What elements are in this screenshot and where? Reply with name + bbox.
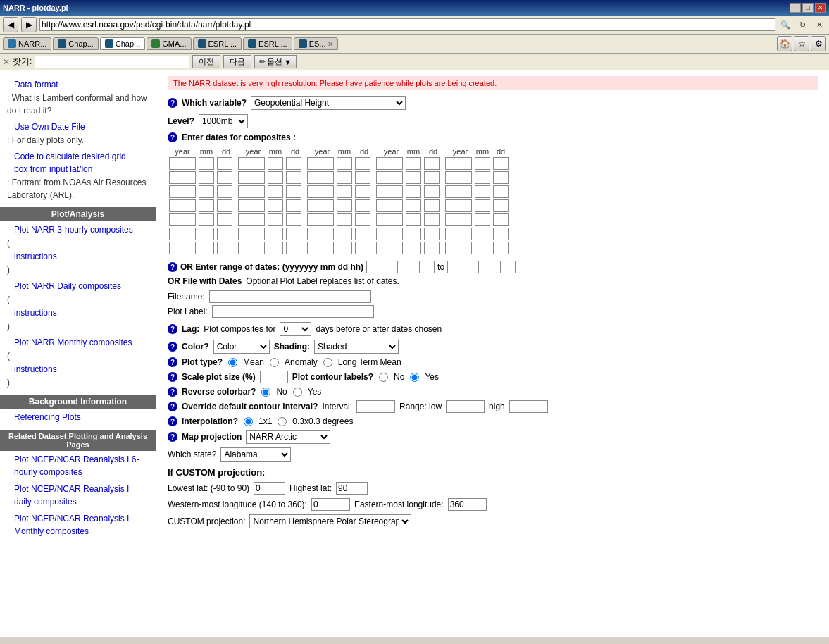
- tab-chap1[interactable]: Chap...: [53, 37, 98, 50]
- date-input-row0-col3-mm[interactable]: [406, 157, 421, 170]
- home-button[interactable]: 🏠: [777, 36, 792, 51]
- date-input-row2-col3-mm[interactable]: [406, 185, 421, 198]
- date-input-row2-col3-year[interactable]: [376, 185, 403, 198]
- date-input-row6-col2-year[interactable]: [307, 242, 334, 254]
- lag-select[interactable]: 0123 4567: [280, 322, 311, 336]
- date-input-row4-col2-dd[interactable]: [355, 213, 370, 226]
- date-input-row6-col2-mm[interactable]: [337, 242, 352, 254]
- sidebar-link-monthly-instructions[interactable]: instructions: [7, 362, 149, 376]
- date-input-row5-col2-dd[interactable]: [355, 228, 370, 240]
- dates-help-icon[interactable]: ?: [168, 132, 177, 142]
- date-input-row4-col4-dd[interactable]: [493, 213, 509, 226]
- plotlabel-input[interactable]: [212, 305, 374, 318]
- date-input-row5-col4-mm[interactable]: [475, 228, 490, 240]
- plot-type-mean-radio[interactable]: [228, 358, 237, 367]
- range-start-year[interactable]: [366, 261, 398, 273]
- date-input-row0-col2-mm[interactable]: [337, 157, 352, 170]
- contour-no-radio[interactable]: [379, 373, 388, 382]
- date-input-row0-col4-year[interactable]: [445, 157, 472, 170]
- sidebar-link-daily[interactable]: Plot NARR Daily composites: [7, 279, 149, 293]
- filename-input[interactable]: [209, 290, 371, 303]
- map-projection-help-icon[interactable]: ?: [168, 432, 177, 442]
- sidebar-link-3hourly-instructions[interactable]: instructions: [7, 249, 149, 264]
- contour-interval-help-icon[interactable]: ?: [168, 402, 177, 411]
- reverse-no-radio[interactable]: [261, 388, 270, 397]
- date-input-row6-col1-year[interactable]: [238, 242, 265, 254]
- date-input-row2-col2-year[interactable]: [307, 185, 334, 198]
- date-input-row1-col0-year[interactable]: [169, 171, 196, 184]
- date-input-row3-col4-mm[interactable]: [475, 199, 490, 212]
- stop-icon[interactable]: ✕: [812, 18, 826, 32]
- sidebar-link-ncep-monthly[interactable]: Plot NCEP/NCAR Reanalysis I Monthly comp…: [7, 512, 149, 538]
- star-button[interactable]: ☆: [794, 36, 809, 51]
- map-projection-select[interactable]: NARR Arctic North America Global Custom: [246, 430, 330, 444]
- tab-narr[interactable]: NARR...: [3, 37, 51, 50]
- level-select[interactable]: 1000mb 850mb 700mb 500mb 300mb 200mb: [199, 114, 248, 128]
- date-input-row3-col3-year[interactable]: [376, 199, 403, 212]
- date-input-row5-col4-dd[interactable]: [493, 228, 509, 240]
- color-select[interactable]: Color Black and White: [213, 340, 270, 354]
- date-input-row4-col3-mm[interactable]: [406, 213, 421, 226]
- sidebar-link-ncep-6hourly[interactable]: Plot NCEP/NCAR Reanalysis I 6-hourly com…: [7, 452, 149, 479]
- date-input-row4-col4-year[interactable]: [445, 213, 472, 226]
- plot-type-anomaly-radio[interactable]: [270, 358, 279, 367]
- sidebar-link-data-format[interactable]: Data format: [7, 78, 149, 92]
- tab-close-icon[interactable]: ✕: [328, 40, 333, 48]
- interp-1x1-radio[interactable]: [244, 417, 253, 426]
- lowest-lat-input[interactable]: [254, 482, 285, 495]
- date-input-row4-col2-year[interactable]: [307, 213, 334, 226]
- date-input-row3-col1-dd[interactable]: [286, 199, 301, 212]
- scale-help-icon[interactable]: ?: [168, 372, 177, 382]
- date-input-row5-col1-dd[interactable]: [286, 228, 301, 240]
- sidebar-link-code[interactable]: Code to calculate desired grid box from …: [7, 149, 149, 176]
- date-input-row6-col1-dd[interactable]: [286, 242, 301, 254]
- date-input-row3-col0-year[interactable]: [169, 199, 196, 212]
- date-input-row1-col4-year[interactable]: [445, 171, 472, 184]
- sidebar-link-daily-instructions[interactable]: instructions: [7, 306, 149, 320]
- date-input-row5-col3-year[interactable]: [376, 228, 403, 240]
- date-input-row6-col3-mm[interactable]: [406, 242, 421, 254]
- date-input-row0-col0-dd[interactable]: [217, 157, 232, 170]
- sidebar-link-monthly[interactable]: Plot NARR Monthly composites: [7, 335, 149, 349]
- date-input-row3-col2-dd[interactable]: [355, 199, 370, 212]
- variable-help-icon[interactable]: ?: [168, 98, 177, 108]
- date-input-row2-col4-dd[interactable]: [493, 185, 509, 198]
- date-input-row4-col1-mm[interactable]: [268, 213, 283, 226]
- date-input-row0-col1-dd[interactable]: [286, 157, 301, 170]
- date-input-row0-col0-mm[interactable]: [199, 157, 214, 170]
- plot-type-ltm-radio[interactable]: [323, 358, 332, 367]
- date-input-row2-col0-dd[interactable]: [217, 185, 232, 198]
- date-input-row2-col0-mm[interactable]: [199, 185, 214, 198]
- date-input-row2-col1-dd[interactable]: [286, 185, 301, 198]
- date-input-row6-col3-dd[interactable]: [424, 242, 440, 254]
- range-start-dd[interactable]: [419, 261, 435, 273]
- settings-button[interactable]: ⚙: [811, 36, 826, 51]
- date-input-row3-col3-mm[interactable]: [406, 199, 421, 212]
- date-input-row4-col1-dd[interactable]: [286, 213, 301, 226]
- search-icon[interactable]: 🔍: [778, 18, 792, 32]
- tab-esrl1[interactable]: ESRL ...: [193, 37, 242, 50]
- date-input-row6-col4-mm[interactable]: [475, 242, 490, 254]
- eastern-lon-input[interactable]: [448, 498, 487, 511]
- date-input-row4-col4-mm[interactable]: [475, 213, 490, 226]
- date-input-row1-col3-year[interactable]: [376, 171, 403, 184]
- date-input-row1-col4-mm[interactable]: [475, 171, 490, 184]
- tab-chap2[interactable]: Chap...: [100, 37, 145, 50]
- date-input-row5-col2-year[interactable]: [307, 228, 334, 240]
- date-input-row6-col4-dd[interactable]: [493, 242, 509, 254]
- date-input-row2-col1-year[interactable]: [238, 185, 265, 198]
- state-select[interactable]: Alabama Alaska Arizona Arkansas Californ…: [220, 447, 291, 462]
- date-input-row2-col4-mm[interactable]: [475, 185, 490, 198]
- refresh-icon[interactable]: ↻: [795, 18, 809, 32]
- date-input-row1-col3-mm[interactable]: [406, 171, 421, 184]
- sidebar-link-referencing[interactable]: Referencing Plots: [7, 410, 149, 424]
- lag-help-icon[interactable]: ?: [168, 324, 177, 334]
- date-input-row6-col0-year[interactable]: [169, 242, 196, 254]
- date-input-row1-col1-mm[interactable]: [268, 171, 283, 184]
- range-help-icon[interactable]: ?: [168, 262, 177, 272]
- date-input-row5-col3-mm[interactable]: [406, 228, 421, 240]
- date-input-row6-col0-dd[interactable]: [217, 242, 232, 254]
- date-input-row3-col2-year[interactable]: [307, 199, 334, 212]
- date-input-row6-col1-mm[interactable]: [268, 242, 283, 254]
- forward-button[interactable]: ▶: [21, 17, 37, 32]
